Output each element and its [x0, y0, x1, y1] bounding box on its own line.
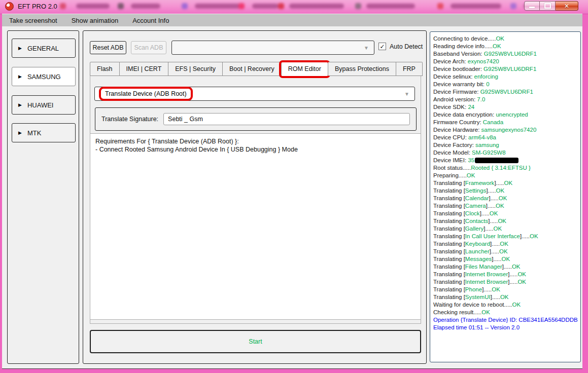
log-line: Device data encryption: unencrypted: [433, 111, 577, 119]
tab-bypass-protections[interactable]: Bypass Protections: [328, 62, 396, 76]
blurred-favicon: [278, 3, 284, 9]
menu-item-account-info[interactable]: Account Info: [125, 14, 176, 26]
blurred-tab-title: [289, 4, 344, 9]
tab-imei-cert[interactable]: IMEI | CERT: [120, 62, 169, 76]
log-line: Device Hardware: samsungexynos7420: [433, 126, 577, 134]
maximize-button[interactable]: [540, 1, 556, 11]
sidebar: ▶GENERAL▶SAMSUNG▶HUAWEI▶MTK: [7, 30, 79, 364]
arrow-right-icon: ▶: [18, 102, 22, 107]
log-line: Root status.....Rooted { 3.14:EFTSU }: [433, 164, 577, 172]
auto-detect-checkbox[interactable]: ✓: [378, 43, 386, 50]
log-line: Translating [Calendar].....OK: [433, 195, 577, 202]
blurred-tab-title: [252, 4, 279, 9]
tab-efs-security[interactable]: EFS | Security: [168, 62, 223, 76]
log-line: Device Model: SM-G925W8: [433, 149, 577, 157]
log-line: Translating [Contacts].....OK: [433, 217, 577, 225]
app-identity: EFT PRO 2.0: [5, 2, 57, 11]
device-select-dropdown[interactable]: ▼: [171, 41, 374, 55]
log-line: Device bootloader: G925W8VLU6DRF1: [433, 65, 577, 73]
log-line: Translating [Keyboard].....OK: [433, 240, 577, 248]
translate-signature-input[interactable]: [163, 113, 410, 125]
start-button[interactable]: Start: [90, 330, 421, 353]
blurred-tab-title: [366, 4, 415, 9]
tab-rom-editor[interactable]: ROM Editor: [282, 62, 328, 76]
chevron-down-icon: ▼: [404, 91, 409, 97]
tab-frp[interactable]: FRP: [396, 62, 423, 76]
translate-signature-label: Translate Signature:: [101, 116, 158, 123]
log-line: Translating [Internet Browser].....OK: [433, 271, 577, 278]
log-line: Baseband Version: G925W8VLU6DRF1: [433, 50, 577, 58]
log-line: Android version: 7.0: [433, 96, 577, 103]
sidebar-item-huawei[interactable]: ▶HUAWEI: [12, 95, 76, 115]
sidebar-item-general[interactable]: ▶GENERAL: [12, 39, 76, 58]
log-line: Device IMEI: 35: [433, 157, 577, 164]
main-panel: Reset ADB Scan ADB ▼ ✓ Auto Detect Flash…: [83, 30, 427, 364]
log-line: Translating [Launcher].....OK: [433, 248, 577, 255]
blurred-favicon: [437, 3, 443, 9]
close-button[interactable]: ✕: [556, 1, 578, 11]
menu-item-take-screenshot[interactable]: Take screenshot: [2, 14, 64, 26]
log-line: Translating [Clock].....OK: [433, 210, 577, 217]
blurred-favicon: [238, 3, 245, 9]
sidebar-item-mtk[interactable]: ▶MTK: [12, 123, 76, 142]
scan-adb-button: Scan ADB: [131, 41, 166, 54]
sidebar-item-label: MTK: [27, 129, 41, 137]
requirements-line: - Connect Rooted Samsung Android Device …: [95, 145, 416, 154]
arrow-right-icon: ▶: [18, 130, 22, 135]
window-client-area: Take screenshotShow animationAccount Inf…: [2, 14, 582, 369]
blurred-tab-title: [451, 4, 501, 9]
blurred-favicon: [182, 3, 188, 9]
log-line: Preparing.....OK: [433, 172, 577, 179]
log-panel[interactable]: Connecting to device.....OKReading devic…: [430, 31, 581, 362]
log-line: Translating [Files Manager].....OK: [433, 263, 577, 271]
menu-item-show-animation[interactable]: Show animation: [64, 14, 126, 26]
reset-adb-button[interactable]: Reset ADB: [90, 41, 126, 54]
window-controls: ✕: [524, 1, 578, 11]
auto-detect-group: ✓ Auto Detect: [378, 43, 423, 50]
log-line: Translating [Settings].....OK: [433, 187, 577, 195]
tab-boot-recovery[interactable]: Boot | Recovery: [223, 62, 282, 76]
log-line: Operation {Translate Device} ID: CBE341E…: [433, 316, 577, 324]
log-line: Device selinux: enforcing: [433, 73, 577, 81]
log-line: Elapsed time 01:51 -- Version 2.0: [433, 324, 577, 331]
sidebar-item-label: SAMSUNG: [27, 73, 61, 81]
minimize-button[interactable]: [524, 1, 540, 11]
log-line: Translating [Phone].....OK: [433, 286, 577, 293]
menu-bar: Take screenshotShow animationAccount Inf…: [2, 14, 582, 26]
log-line: Reading device info.....OK: [433, 43, 577, 50]
close-icon: ✕: [564, 3, 569, 10]
log-line: Waiting for device to reboot.....OK: [433, 301, 577, 309]
log-line: Connecting to device.....OK: [433, 35, 577, 43]
sidebar-item-label: GENERAL: [27, 45, 59, 52]
blurred-favicon: [355, 3, 361, 9]
chevron-down-icon: ▼: [364, 45, 369, 51]
maximize-icon: [544, 3, 551, 9]
log-line: Translating [Internet Browser].....OK: [433, 278, 577, 286]
log-line: Device warranty bit: 0: [433, 81, 577, 88]
requirements-textarea[interactable]: Requirements For { Translate Device (ADB…: [90, 133, 421, 320]
title-bar: EFT PRO 2.0 ✕: [0, 0, 588, 14]
blurred-favicon: [118, 3, 124, 9]
log-line: Device CPU: arm64-v8a: [433, 134, 577, 141]
log-line: Device Arch: exynos7420: [433, 58, 577, 65]
tab-strip: FlashIMEI | CERTEFS | SecurityBoot | Rec…: [90, 62, 423, 76]
operation-dropdown[interactable]: Translate Device (ADB Root) ▼: [94, 87, 415, 101]
log-line: Device SDK: 24: [433, 103, 577, 111]
minimize-icon: [529, 7, 535, 8]
tab-flash[interactable]: Flash: [90, 62, 120, 76]
sidebar-item-samsung[interactable]: ▶SAMSUNG: [12, 67, 76, 86]
operation-dropdown-value: Translate Device (ADB Root): [101, 89, 191, 99]
blurred-favicon: [60, 3, 66, 9]
imei-redaction-bar: [475, 158, 518, 163]
blurred-favicon: [510, 3, 516, 9]
log-line: Device Firmware: G925W8VLU6DRF1: [433, 88, 577, 96]
arrow-right-icon: ▶: [18, 74, 22, 79]
log-line: Device Factory: samsung: [433, 141, 577, 149]
log-line: Translating [Gallery].....OK: [433, 225, 577, 233]
log-line: Translating [SystemUI].....OK: [433, 293, 577, 301]
log-line: Translating [Camera].....OK: [433, 202, 577, 210]
auto-detect-label: Auto Detect: [390, 43, 423, 50]
blurred-tab-title: [195, 4, 244, 9]
arrow-right-icon: ▶: [18, 46, 22, 51]
log-line: Translating [In Call User Interface]....…: [433, 233, 577, 240]
